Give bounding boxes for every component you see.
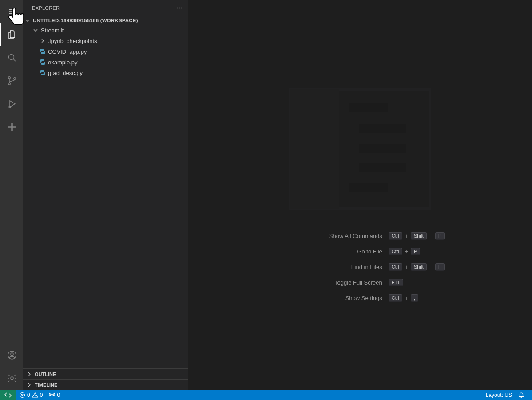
chevron-down-icon <box>24 17 31 24</box>
keycap: P <box>435 232 445 240</box>
activity-source-control[interactable] <box>0 69 24 92</box>
shortcut-keys: Ctrl+Shift+F <box>389 263 445 271</box>
bell-icon <box>518 392 524 398</box>
remote-icon <box>4 392 12 399</box>
keycap: F <box>435 263 445 271</box>
svg-point-3 <box>14 78 16 79</box>
layout-label: Layout: US <box>486 392 512 398</box>
folder-label: Streamlit <box>41 27 64 34</box>
search-icon <box>7 52 17 63</box>
activity-run-debug[interactable] <box>0 92 24 115</box>
file-label: example.py <box>48 59 77 66</box>
svg-rect-16 <box>290 89 339 209</box>
outline-label: OUTLINE <box>35 372 56 377</box>
svg-point-14 <box>181 8 182 8</box>
shortcut-keys: Ctrl+Shift+P <box>389 232 445 240</box>
shortcut-row: Show SettingsCtrl+, <box>276 294 445 302</box>
svg-point-13 <box>179 8 180 8</box>
sidebar-header: EXPLORER <box>23 0 188 16</box>
svg-rect-7 <box>12 127 16 131</box>
sidebar-more-actions[interactable] <box>176 4 183 12</box>
settings-gear-button[interactable] <box>0 367 24 390</box>
file-row[interactable]: example.py <box>23 57 188 67</box>
folder-row[interactable]: .ipynb_checkpoints <box>23 36 188 46</box>
svg-point-1 <box>8 77 10 79</box>
svg-rect-17 <box>349 103 388 112</box>
shortcut-list: Show All CommandsCtrl+Shift+PGo to FileC… <box>276 232 445 302</box>
chevron-right-icon <box>26 371 33 378</box>
sidebar-title: EXPLORER <box>32 5 60 11</box>
python-file-icon <box>39 59 46 66</box>
shortcut-keys: Ctrl+, <box>389 294 418 302</box>
folder-label: .ipynb_checkpoints <box>48 38 97 44</box>
file-watermark-icon <box>289 88 431 210</box>
warning-count: 0 <box>40 392 43 398</box>
ports-count: 0 <box>57 392 60 398</box>
error-icon <box>19 392 25 398</box>
error-count: 0 <box>27 392 30 398</box>
explorer-sidebar: EXPLORER UNTITLED-1699389155166 (WORKSPA… <box>23 0 188 390</box>
editor-area: Show All CommandsCtrl+Shift+PGo to FileC… <box>188 0 532 390</box>
debug-icon <box>7 99 17 109</box>
workspace-header[interactable]: UNTITLED-1699389155166 (WORKSPACE) <box>23 16 188 25</box>
workspace-suffix: (WORKSPACE) <box>100 18 138 23</box>
svg-rect-18 <box>359 124 406 133</box>
keycap: Ctrl <box>389 232 402 240</box>
shortcut-label: Go to File <box>276 248 382 255</box>
timeline-label: TIMELINE <box>35 382 57 388</box>
python-file-icon <box>39 48 46 55</box>
svg-rect-8 <box>12 123 16 127</box>
activity-explorer[interactable] <box>0 23 24 46</box>
accounts-button[interactable] <box>0 344 24 367</box>
keycap: Ctrl <box>389 263 402 271</box>
svg-point-23 <box>52 394 53 395</box>
shortcut-keys: F11 <box>389 279 403 286</box>
chevron-down-icon <box>32 27 39 34</box>
shortcut-label: Show Settings <box>276 295 382 301</box>
hamburger-icon <box>8 8 16 16</box>
shortcut-label: Find in Files <box>276 264 382 270</box>
keycap: Ctrl <box>389 248 402 255</box>
shortcut-label: Show All Commands <box>276 233 382 239</box>
notifications-button[interactable] <box>515 392 528 398</box>
activity-bar <box>0 0 23 390</box>
branch-icon <box>7 75 17 86</box>
python-file-icon <box>39 69 46 76</box>
status-bar: 0 0 0 Layout: US <box>0 390 532 400</box>
svg-rect-20 <box>359 163 406 172</box>
svg-rect-6 <box>8 127 12 131</box>
shortcut-row: Toggle Full ScreenF11 <box>276 279 445 286</box>
ports-status[interactable]: 0 <box>46 390 63 400</box>
activity-search[interactable] <box>0 46 24 69</box>
menu-button[interactable] <box>0 0 24 23</box>
folder-row-root[interactable]: Streamlit <box>23 25 188 36</box>
file-row[interactable]: grad_desc.py <box>23 67 188 78</box>
files-icon <box>7 29 17 40</box>
shortcut-keys: Ctrl+P <box>389 248 420 255</box>
activity-extensions[interactable] <box>0 115 24 139</box>
keycap: Shift <box>411 263 427 271</box>
file-row[interactable]: COVID_app.py <box>23 46 188 57</box>
remote-indicator[interactable] <box>0 390 16 400</box>
keycap: Ctrl <box>389 294 402 302</box>
svg-point-10 <box>11 353 13 356</box>
svg-rect-21 <box>349 183 388 192</box>
svg-rect-5 <box>8 123 12 127</box>
keyboard-layout-status[interactable]: Layout: US <box>483 392 515 398</box>
shortcut-row: Show All CommandsCtrl+Shift+P <box>276 232 445 240</box>
ellipsis-icon <box>176 4 183 12</box>
problems-status[interactable]: 0 0 <box>16 390 46 400</box>
svg-rect-19 <box>359 144 406 153</box>
svg-point-2 <box>8 83 10 85</box>
workspace-name: UNTITLED-1699389155166 <box>33 18 99 23</box>
gear-icon <box>7 373 17 384</box>
editor-watermark <box>289 88 431 210</box>
radio-tower-icon <box>49 392 55 398</box>
shortcut-row: Go to FileCtrl+P <box>276 248 445 255</box>
shortcut-row: Find in FilesCtrl+Shift+F <box>276 263 445 271</box>
svg-point-11 <box>11 377 13 380</box>
outline-section[interactable]: OUTLINE <box>23 368 188 379</box>
chevron-right-icon <box>26 381 33 388</box>
timeline-section[interactable]: TIMELINE <box>23 379 188 390</box>
svg-point-12 <box>177 8 178 8</box>
